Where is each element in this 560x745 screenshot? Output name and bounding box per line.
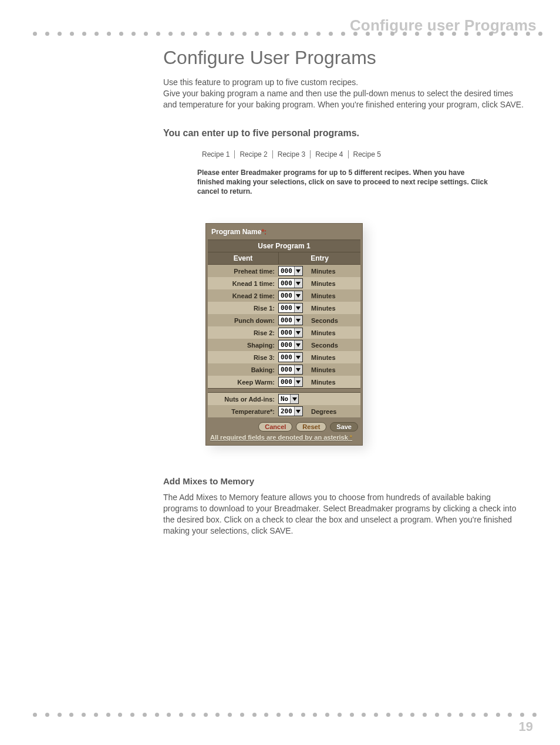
event-select[interactable]: 000 — [278, 266, 303, 276]
event-select[interactable]: 000 — [278, 303, 303, 313]
event-label: Keep Warm: — [208, 379, 278, 386]
svg-marker-1 — [296, 282, 301, 285]
svg-marker-2 — [296, 294, 301, 298]
svg-marker-3 — [296, 306, 301, 310]
row-divider — [208, 388, 360, 393]
dropdown-arrow-icon — [294, 328, 302, 337]
svg-marker-5 — [296, 331, 301, 335]
tab-recipe-5[interactable]: Recipe 5 — [348, 150, 386, 159]
event-label: Knead 2 time: — [208, 292, 278, 299]
event-value: 000 — [279, 366, 294, 373]
dropdown-arrow-icon — [294, 279, 302, 288]
intro-text: Use this feature to program up to five c… — [163, 77, 525, 110]
event-row: Rise 3:000Minutes — [208, 351, 360, 363]
dropdown-arrow-icon — [294, 407, 302, 416]
tab-recipe-1[interactable]: Recipe 1 — [197, 150, 234, 159]
header-dot-rule — [33, 32, 542, 36]
event-label: Baking: — [208, 366, 278, 373]
dropdown-arrow-icon — [294, 365, 302, 374]
temperature-label: Temperature*: — [208, 408, 278, 415]
event-unit: Minutes — [308, 366, 360, 373]
event-select[interactable]: 000 — [278, 291, 303, 301]
event-label: Rise 3: — [208, 354, 278, 361]
event-value: 000 — [279, 267, 294, 275]
event-row: Rise 1:000Minutes — [208, 302, 360, 314]
panel-title-label: Program Name — [211, 228, 261, 236]
add-mixes-section: Add Mixes to Memory The Add Mixes to Mem… — [163, 476, 525, 537]
event-row: Punch down:000Seconds — [208, 314, 360, 326]
program-name-value: User Program 1 — [208, 240, 360, 252]
event-label: Knead 1 time: — [208, 280, 278, 287]
event-unit: Minutes — [308, 292, 360, 299]
event-value: 000 — [279, 292, 294, 299]
event-row: Keep Warm:000Minutes — [208, 376, 360, 388]
event-select[interactable]: 000 — [278, 352, 303, 362]
svg-marker-0 — [296, 269, 301, 273]
program-form-panel: Program Name*: User Program 1 Event Entr… — [205, 223, 363, 446]
required-note: All required fields are denoted by an as… — [208, 434, 360, 443]
addins-select[interactable]: No — [278, 394, 299, 404]
event-row: Shaping:000Seconds — [208, 339, 360, 351]
event-label: Preheat time: — [208, 268, 278, 275]
svg-marker-6 — [296, 343, 301, 347]
dropdown-arrow-icon — [294, 316, 302, 325]
svg-marker-10 — [292, 397, 297, 401]
addins-label: Nuts or Add-ins: — [208, 396, 278, 403]
event-unit: Minutes — [308, 268, 360, 275]
subheading: You can enter up to five personal progra… — [163, 128, 525, 139]
tab-recipe-3[interactable]: Recipe 3 — [272, 150, 310, 159]
temperature-row: Temperature*: 200 Degrees — [208, 405, 360, 417]
event-select[interactable]: 000 — [278, 365, 303, 375]
page-title: Configure User Programs — [163, 47, 525, 69]
dropdown-arrow-icon — [294, 377, 302, 386]
cancel-button[interactable]: Cancel — [258, 422, 292, 432]
event-value: 000 — [279, 279, 294, 287]
event-value: 000 — [279, 329, 294, 336]
dropdown-arrow-icon — [294, 267, 302, 275]
event-value: 000 — [279, 341, 294, 349]
temperature-select[interactable]: 200 — [278, 406, 303, 416]
event-select[interactable]: 000 — [278, 278, 303, 288]
svg-marker-7 — [296, 356, 301, 359]
reset-button[interactable]: Reset — [296, 422, 326, 432]
col-event: Event — [208, 252, 278, 264]
tab-recipe-2[interactable]: Recipe 2 — [234, 150, 272, 159]
event-select[interactable]: 000 — [278, 328, 303, 338]
add-mixes-heading: Add Mixes to Memory — [163, 476, 525, 486]
footer-dot-rule — [33, 713, 537, 717]
dropdown-arrow-icon — [294, 341, 302, 349]
event-unit: Minutes — [308, 379, 360, 386]
button-row: Cancel Reset Save — [208, 417, 360, 434]
event-row: Baking:000Minutes — [208, 363, 360, 376]
svg-marker-8 — [296, 368, 301, 372]
temperature-unit: Degrees — [308, 408, 360, 415]
event-unit: Minutes — [308, 354, 360, 361]
event-unit: Minutes — [308, 280, 360, 287]
event-label: Rise 1: — [208, 305, 278, 312]
column-headers: Event Entry — [208, 252, 360, 265]
tab-instructions: Please enter Breadmaker programs for up … — [197, 168, 491, 197]
event-value: 000 — [279, 304, 294, 312]
event-label: Punch down: — [208, 317, 278, 324]
addins-value: No — [279, 395, 290, 403]
event-select[interactable]: 000 — [278, 377, 303, 387]
dropdown-arrow-icon — [294, 304, 302, 312]
event-value: 000 — [279, 353, 294, 361]
page-number: 19 — [519, 719, 533, 734]
event-value: 000 — [279, 378, 294, 386]
temperature-value: 200 — [279, 407, 294, 415]
event-row: Knead 2 time:000Minutes — [208, 289, 360, 302]
event-unit: Seconds — [308, 317, 360, 324]
event-row: Preheat time:000Minutes — [208, 265, 360, 277]
save-button[interactable]: Save — [330, 422, 358, 432]
event-label: Shaping: — [208, 342, 278, 349]
dropdown-arrow-icon — [290, 395, 298, 403]
event-label: Rise 2: — [208, 329, 278, 336]
event-select[interactable]: 000 — [278, 315, 303, 325]
dropdown-arrow-icon — [294, 353, 302, 362]
tab-recipe-4[interactable]: Recipe 4 — [310, 150, 348, 159]
panel-title: Program Name*: — [208, 225, 360, 240]
add-mixes-body: The Add Mixes to Memory feature allows y… — [163, 492, 525, 537]
event-select[interactable]: 000 — [278, 340, 303, 350]
event-unit: Seconds — [308, 342, 360, 349]
